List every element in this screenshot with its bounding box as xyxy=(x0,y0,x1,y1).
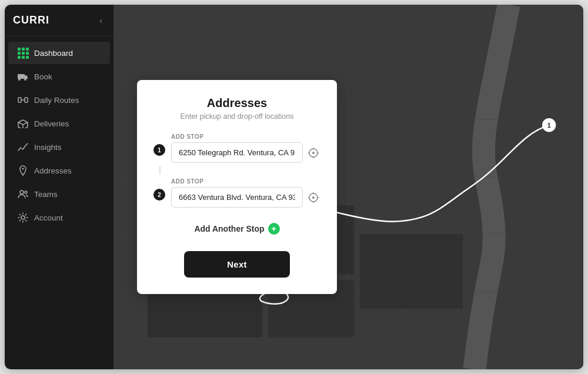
sidebar-nav: Dashboard Book xyxy=(5,36,113,369)
sidebar-item-deliveries-label: Deliveries xyxy=(34,119,69,128)
svg-point-7 xyxy=(25,191,27,193)
location-icon xyxy=(18,165,28,176)
stop-2-input-row xyxy=(171,187,320,208)
svg-point-6 xyxy=(20,191,24,194)
sidebar-item-dashboard[interactable]: Dashboard xyxy=(8,42,110,64)
modal-title: Addresses xyxy=(153,96,320,110)
box-icon xyxy=(18,118,28,129)
stop-2-label: ADD STOP xyxy=(171,178,320,185)
sidebar-item-addresses[interactable]: Addresses xyxy=(8,159,110,182)
stop-1-label: ADD STOP xyxy=(171,133,320,140)
svg-rect-3 xyxy=(18,98,21,102)
svg-rect-4 xyxy=(25,98,28,102)
sidebar-item-book[interactable]: Book xyxy=(8,65,110,88)
svg-point-8 xyxy=(21,216,25,219)
stop-2-input[interactable] xyxy=(171,187,303,208)
addresses-modal: Addresses Enter pickup and drop-off loca… xyxy=(137,80,337,294)
chart-icon xyxy=(18,142,28,152)
svg-point-36 xyxy=(312,196,315,199)
svg-point-2 xyxy=(24,78,26,81)
sidebar-item-teams[interactable]: Teams xyxy=(8,183,110,205)
stop-1-location-button[interactable] xyxy=(306,146,320,160)
stop-2-number: 2 xyxy=(153,189,165,201)
stop-2-block: 2 ADD STOP xyxy=(153,178,320,208)
sidebar-item-addresses-label: Addresses xyxy=(34,166,72,175)
stop-2-indicator: 2 xyxy=(153,178,165,201)
modal-overlay: Addresses Enter pickup and drop-off loca… xyxy=(113,5,583,369)
svg-point-1 xyxy=(18,78,21,81)
stop-1-field: ADD STOP xyxy=(171,133,320,163)
stop-1-input[interactable] xyxy=(171,142,303,163)
stop-1-block: 1 ADD STOP xyxy=(153,133,320,163)
sidebar-collapse-button[interactable]: ‹ xyxy=(96,15,105,26)
route-icon xyxy=(18,95,28,105)
team-icon xyxy=(18,189,28,199)
stop-2-location-button[interactable] xyxy=(306,191,320,205)
sidebar-item-dashboard-label: Dashboard xyxy=(34,49,73,58)
sidebar-item-daily-routes[interactable]: Daily Routes xyxy=(8,89,110,111)
app-logo: CURRI xyxy=(13,14,49,26)
stop-1-indicator: 1 xyxy=(153,133,165,156)
gear-icon xyxy=(18,212,28,223)
sidebar-item-insights[interactable]: Insights xyxy=(8,136,110,158)
plus-icon: + xyxy=(268,223,280,235)
sidebar-item-account-label: Account xyxy=(34,213,63,222)
main-area: 1 2 Addresses Enter pickup and drop-off … xyxy=(113,5,583,369)
stop-1-number: 1 xyxy=(153,144,165,156)
add-another-stop-button[interactable]: Add Another Stop + xyxy=(153,223,320,235)
add-stop-label: Add Another Stop xyxy=(194,224,264,233)
sidebar-item-insights-label: Insights xyxy=(34,143,62,152)
stop-1-input-row xyxy=(171,142,320,163)
svg-rect-0 xyxy=(18,74,25,79)
grid-icon xyxy=(18,48,28,58)
sidebar-item-daily-routes-label: Daily Routes xyxy=(34,96,79,105)
svg-point-5 xyxy=(22,168,24,170)
truck-icon xyxy=(18,71,28,82)
sidebar: CURRI ‹ Dashboard xyxy=(5,5,113,369)
modal-subtitle: Enter pickup and drop-off locations xyxy=(153,112,320,121)
next-button[interactable]: Next xyxy=(184,251,290,278)
sidebar-item-book-label: Book xyxy=(34,72,52,81)
stop-2-field: ADD STOP xyxy=(171,178,320,208)
svg-point-30 xyxy=(312,152,315,154)
sidebar-header: CURRI ‹ xyxy=(5,5,113,36)
sidebar-item-deliveries[interactable]: Deliveries xyxy=(8,112,110,135)
sidebar-item-teams-label: Teams xyxy=(34,190,58,199)
sidebar-item-account[interactable]: Account xyxy=(8,206,110,229)
